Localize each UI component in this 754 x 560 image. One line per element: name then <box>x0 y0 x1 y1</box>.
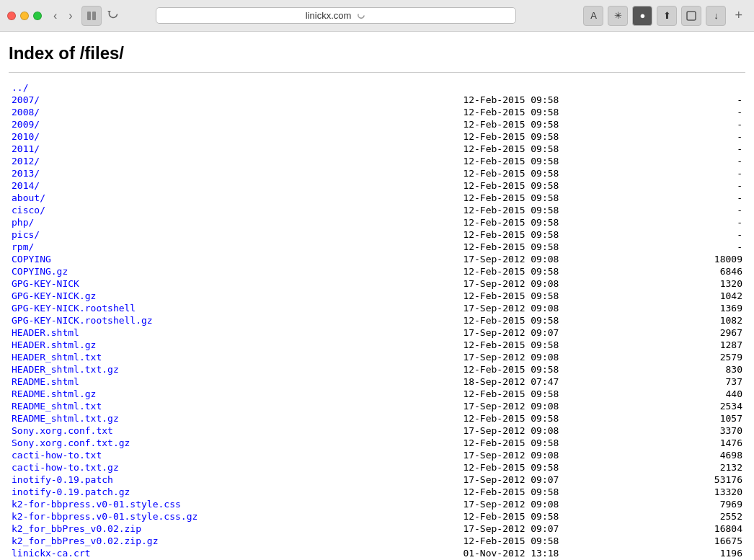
file-link[interactable]: linickx-ca.crt <box>12 548 91 559</box>
file-size: - <box>650 106 745 118</box>
extension-icon-2[interactable]: ● <box>632 6 652 26</box>
file-link[interactable]: Sony.xorg.conf.txt <box>12 425 113 436</box>
file-link[interactable]: GPG-KEY-NICK.rootshell <box>12 303 136 314</box>
list-item: Sony.xorg.conf.txt.gz12-Feb-2015 09:5814… <box>9 437 745 449</box>
list-item: rpm/12-Feb-2015 09:58- <box>9 241 745 253</box>
tab-view-icon[interactable] <box>681 6 701 26</box>
file-link[interactable]: k2-for-bbpress.v0-01.style.css <box>12 499 181 510</box>
file-link[interactable]: inotify-0.19.patch <box>12 474 113 485</box>
file-link[interactable]: 2014/ <box>12 180 40 191</box>
file-link[interactable]: 2013/ <box>12 168 40 179</box>
file-date: 12-Feb-2015 09:58 <box>460 143 650 155</box>
list-item: about/12-Feb-2015 09:58- <box>9 192 745 204</box>
file-link[interactable]: rpm/ <box>12 241 34 252</box>
file-link[interactable]: 2010/ <box>12 131 40 142</box>
page-content: Index of /files/ ../2007/12-Feb-2015 09:… <box>0 32 754 560</box>
extension-icon-1[interactable]: ✳ <box>608 6 628 26</box>
reload-button[interactable] <box>107 9 119 22</box>
file-link[interactable]: HEADER_shtml.txt <box>12 352 102 363</box>
file-link[interactable]: k2_for_bbPres_v0.02.zip.gz <box>12 535 159 546</box>
svg-rect-1 <box>92 12 96 20</box>
list-item: ../ <box>9 81 745 94</box>
file-date: 17-Sep-2012 09:07 <box>460 474 650 486</box>
file-link[interactable]: GPG-KEY-NICK.gz <box>12 290 96 301</box>
file-link[interactable]: 2007/ <box>12 94 40 105</box>
maximize-button[interactable] <box>33 12 42 20</box>
toolbar-icons: A ✳ ● ⬆ ↓ + <box>583 6 747 26</box>
list-item: cacti-how-to.txt17-Sep-2012 09:084698 <box>9 449 745 461</box>
file-link[interactable]: HEADER_shtml.txt.gz <box>12 364 119 375</box>
file-date: 12-Feb-2015 09:58 <box>460 388 650 400</box>
file-link[interactable]: 2009/ <box>12 119 40 130</box>
file-size <box>650 81 745 94</box>
file-link[interactable]: HEADER.shtml.gz <box>12 339 96 350</box>
file-size: - <box>650 228 745 241</box>
list-item: 2013/12-Feb-2015 09:58- <box>9 167 745 179</box>
list-item: cacti-how-to.txt.gz12-Feb-2015 09:582132 <box>9 461 745 474</box>
list-item: 2010/12-Feb-2015 09:58- <box>9 130 745 143</box>
list-item: HEADER_shtml.txt17-Sep-2012 09:082579 <box>9 351 745 363</box>
file-link[interactable]: 2012/ <box>12 156 40 166</box>
file-date: 12-Feb-2015 09:58 <box>460 510 650 523</box>
file-link[interactable]: GPG-KEY-NICK.rootshell.gz <box>12 315 153 326</box>
file-size: 16675 <box>650 535 745 547</box>
list-item: GPG-KEY-NICK.rootshell17-Sep-2012 09:081… <box>9 302 745 314</box>
address-bar[interactable]: linickx.com <box>156 7 516 24</box>
close-button[interactable] <box>7 12 16 20</box>
file-date: 17-Sep-2012 09:08 <box>460 277 650 290</box>
file-date: 12-Feb-2015 09:58 <box>460 216 650 228</box>
file-size: 2552 <box>650 510 745 523</box>
file-size: 1287 <box>650 339 745 351</box>
list-item: k2_for_bbPres_v0.02.zip17-Sep-2012 09:07… <box>9 523 745 535</box>
file-date: 12-Feb-2015 09:58 <box>460 339 650 351</box>
list-item: README.shtml.gz12-Feb-2015 09:58440 <box>9 388 745 400</box>
file-link[interactable]: README.shtml <box>12 376 79 387</box>
file-link[interactable]: k2_for_bbPres_v0.02.zip <box>12 523 141 534</box>
file-link[interactable]: GPG-KEY-NICK <box>12 278 79 289</box>
list-item: COPYING.gz12-Feb-2015 09:586846 <box>9 265 745 277</box>
file-link[interactable]: ../ <box>12 82 28 93</box>
file-link[interactable]: 2011/ <box>12 143 40 154</box>
file-link[interactable]: README_shtml.txt <box>12 401 102 412</box>
file-link[interactable]: cacti-how-to.txt.gz <box>12 462 119 473</box>
file-size: 4698 <box>650 449 745 461</box>
file-link[interactable]: pics/ <box>12 229 40 240</box>
reader-view-button[interactable] <box>81 6 102 26</box>
file-size: 1196 <box>650 547 745 559</box>
file-link[interactable]: 2008/ <box>12 107 40 117</box>
file-link[interactable]: about/ <box>12 192 45 203</box>
list-item: k2-for-bbpress.v0-01.style.css17-Sep-201… <box>9 498 745 510</box>
file-size: - <box>650 143 745 155</box>
file-date: 17-Sep-2012 09:08 <box>460 351 650 363</box>
file-link[interactable]: php/ <box>12 217 34 228</box>
file-link[interactable]: Sony.xorg.conf.txt.gz <box>12 437 130 448</box>
file-date: 12-Feb-2015 09:58 <box>460 94 650 106</box>
file-link[interactable]: inotify-0.19.patch.gz <box>12 486 130 497</box>
amazon-icon[interactable]: A <box>583 6 603 26</box>
file-link[interactable]: COPYING <box>12 254 51 265</box>
list-item: 2009/12-Feb-2015 09:58- <box>9 118 745 130</box>
minimize-button[interactable] <box>20 12 29 20</box>
download-icon[interactable]: ↓ <box>706 6 726 26</box>
add-tab-button[interactable]: + <box>730 6 747 25</box>
file-link[interactable]: README_shtml.txt.gz <box>12 413 119 424</box>
file-link[interactable]: cisco/ <box>12 205 45 215</box>
file-link[interactable]: README.shtml.gz <box>12 388 96 399</box>
share-icon[interactable]: ⬆ <box>657 6 677 26</box>
file-size: 18009 <box>650 253 745 265</box>
file-date: 01-Nov-2012 13:18 <box>460 547 650 559</box>
file-size: 3370 <box>650 425 745 437</box>
file-size: 7969 <box>650 498 745 510</box>
file-size: 13320 <box>650 486 745 498</box>
file-date: 17-Sep-2012 09:08 <box>460 498 650 510</box>
file-link[interactable]: COPYING.gz <box>12 266 68 277</box>
file-size: 16804 <box>650 523 745 535</box>
file-size: 737 <box>650 375 745 388</box>
file-link[interactable]: k2-for-bbpress.v0-01.style.css.gz <box>12 511 198 522</box>
back-button[interactable]: ‹ <box>50 8 60 24</box>
forward-button[interactable]: › <box>66 8 75 24</box>
file-date: 12-Feb-2015 09:58 <box>460 265 650 277</box>
browser-chrome: ‹ › linickx.com A ✳ ● ⬆ ↓ + <box>0 0 754 32</box>
file-link[interactable]: HEADER.shtml <box>12 327 79 338</box>
file-link[interactable]: cacti-how-to.txt <box>12 450 102 461</box>
